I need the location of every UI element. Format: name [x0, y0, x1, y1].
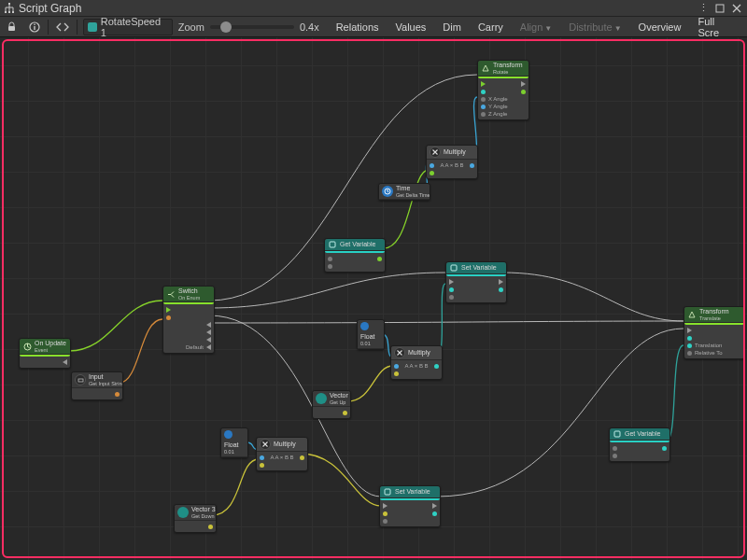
node-value: 0.01 [360, 341, 375, 346]
value-in-port[interactable] [383, 511, 388, 516]
node-vector3-down[interactable]: Vector 3Get Down [174, 504, 217, 533]
in-port[interactable] [687, 351, 692, 356]
menu-relations[interactable]: Relations [331, 21, 385, 33]
port-label: Y Angle [488, 104, 508, 109]
node-multiply[interactable]: Multiply A A × B B [426, 145, 478, 179]
in-port[interactable] [687, 343, 692, 348]
flow-out-port[interactable] [63, 359, 67, 365]
node-get-variable[interactable]: Get Variable [324, 238, 386, 273]
svg-rect-2 [8, 11, 10, 13]
svg-rect-8 [34, 23, 35, 24]
node-title: Transform [493, 62, 523, 69]
node-set-variable[interactable]: Set Variable [445, 261, 507, 303]
node-on-update[interactable]: On UpdateEvent [19, 338, 71, 369]
variable-selector[interactable]: RotateSpeed 1 [83, 19, 173, 35]
in-port[interactable] [613, 454, 617, 458]
in-port-a[interactable] [394, 364, 399, 369]
in-port[interactable] [328, 264, 332, 269]
case-out-port[interactable] [206, 322, 211, 328]
node-multiply[interactable]: Multiply A A × B B [256, 437, 308, 471]
node-title: On Update [35, 340, 66, 347]
out-port[interactable] [434, 364, 439, 369]
window-close-icon[interactable] [730, 2, 743, 15]
in-port[interactable] [481, 105, 486, 109]
window-menu-icon[interactable]: ⋮ [697, 2, 710, 15]
value-out-port[interactable] [343, 411, 347, 415]
in-port[interactable] [481, 97, 486, 102]
menu-values[interactable]: Values [390, 21, 432, 33]
target-in-port[interactable] [687, 336, 692, 341]
variable-icon [613, 429, 622, 439]
flow-in-port[interactable] [687, 328, 692, 333]
vector-icon [316, 393, 327, 404]
node-switch[interactable]: SwitchOn Enum Default [162, 286, 215, 354]
node-title: Float [224, 441, 239, 449]
menu-distribute[interactable]: Distribute▼ [563, 21, 627, 33]
value-out-port[interactable] [377, 257, 382, 261]
flow-out-port[interactable] [432, 503, 437, 509]
node-title: Set Variable [461, 264, 497, 272]
lock-icon[interactable] [4, 19, 21, 35]
out-port[interactable] [300, 455, 304, 460]
value-out-port[interactable] [499, 287, 503, 292]
in-port[interactable] [613, 446, 617, 451]
zoom-slider-thumb[interactable] [220, 21, 232, 33]
in-port-a[interactable] [430, 163, 434, 168]
node-title: Float [360, 333, 375, 341]
zoom-slider[interactable] [210, 25, 294, 29]
info-icon[interactable] [26, 19, 43, 35]
node-multiply[interactable]: Multiply A A × B B [390, 345, 443, 380]
menu-align[interactable]: Align▼ [514, 21, 557, 33]
node-get-variable[interactable]: Get Variable [609, 427, 670, 462]
in-port-b[interactable] [260, 463, 264, 468]
graph-canvas[interactable] [0, 37, 747, 560]
in-port[interactable] [383, 519, 388, 524]
window-titlebar: Script Graph ⋮ [0, 0, 747, 17]
flow-out-port[interactable] [499, 279, 503, 285]
in-port[interactable] [449, 295, 454, 300]
menu-carry[interactable]: Carry [472, 21, 509, 33]
in-port-a[interactable] [260, 455, 264, 460]
in-port-b[interactable] [430, 171, 434, 175]
node-transform-rotate[interactable]: TransformRotate X Angle Y Angle Z Angle [477, 60, 529, 120]
flow-in-port[interactable] [449, 279, 454, 285]
flow-in-port[interactable] [383, 503, 388, 509]
svg-rect-0 [8, 3, 10, 5]
window-maximize-icon[interactable] [713, 2, 726, 15]
target-in-port[interactable] [481, 90, 486, 94]
flow-in-port[interactable] [166, 307, 171, 313]
node-get-input-string[interactable]: InputGet Input String [71, 371, 123, 400]
node-title: Multiply [408, 349, 430, 357]
selector-in-port[interactable] [166, 315, 171, 320]
value-out-port[interactable] [115, 392, 120, 397]
value-out-port[interactable] [662, 446, 667, 451]
in-port[interactable] [328, 257, 332, 261]
node-set-variable[interactable]: Set Variable [379, 485, 441, 527]
out-port[interactable] [470, 163, 474, 168]
node-time-delta[interactable]: TimeGet Delta Time [378, 183, 430, 201]
port-label: Z Angle [488, 111, 507, 117]
float-icon [360, 322, 369, 330]
in-port-b[interactable] [394, 371, 399, 376]
menu-overview[interactable]: Overview [633, 21, 687, 33]
menu-fullscreen[interactable]: Full Scre [692, 16, 743, 38]
flow-out-port[interactable] [521, 81, 526, 87]
node-float-literal[interactable]: Float0.01 [357, 319, 385, 350]
case-out-port[interactable] [206, 337, 211, 343]
code-icon[interactable] [54, 19, 71, 35]
case-out-port[interactable] [206, 344, 211, 350]
port-label: Relative To [695, 350, 723, 356]
node-vector3-up[interactable]: Vector 3Get Up [312, 390, 351, 419]
flow-in-port[interactable] [481, 81, 486, 87]
value-out-port[interactable] [432, 511, 437, 516]
in-port[interactable] [481, 112, 486, 117]
svg-rect-11 [330, 242, 335, 247]
case-out-port[interactable] [206, 329, 211, 335]
menu-dim[interactable]: Dim [437, 21, 467, 33]
value-in-port[interactable] [449, 287, 454, 292]
svg-rect-4 [716, 5, 724, 12]
value-out-port[interactable] [208, 525, 213, 529]
out-port[interactable] [521, 90, 526, 94]
node-transform-translate[interactable]: TransformTranslate Translation Relative … [684, 306, 745, 359]
node-float-literal[interactable]: Float0.01 [220, 427, 248, 458]
